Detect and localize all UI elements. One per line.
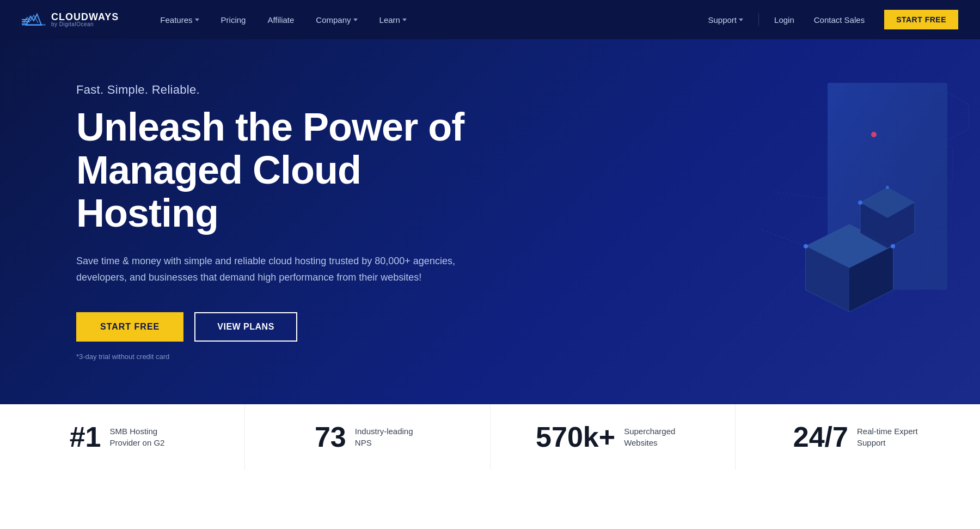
- nav-start-free-button[interactable]: START FREE: [884, 10, 958, 29]
- stat-number-nps: 73: [315, 423, 346, 451]
- nav-support[interactable]: Support: [700, 11, 752, 29]
- hero-section: Fast. Simple. Reliable. Unleash the Powe…: [0, 39, 980, 404]
- nav-links: Features Pricing Affiliate Company Learn: [151, 11, 699, 29]
- svg-point-25: [871, 132, 877, 137]
- stat-item-websites: 570k+ Supercharged Websites: [491, 404, 736, 470]
- hero-view-plans-button[interactable]: VIEW PLANS: [194, 312, 297, 342]
- main-nav: CLOUDWAYS by DigitalOcean Features Prici…: [0, 0, 980, 39]
- hero-start-free-button[interactable]: START FREE: [76, 312, 183, 342]
- nav-login[interactable]: Login: [765, 11, 803, 29]
- nav-right: Support Login Contact Sales START FREE: [700, 10, 959, 29]
- nav-company[interactable]: Company: [307, 11, 366, 29]
- brand-sub: by DigitalOcean: [51, 22, 119, 27]
- nav-contact-sales[interactable]: Contact Sales: [805, 11, 873, 29]
- hero-description: Save time & money with simple and reliab…: [76, 253, 457, 286]
- svg-line-15: [762, 230, 806, 246]
- nav-affiliate[interactable]: Affiliate: [259, 11, 303, 29]
- logo-link[interactable]: CLOUDWAYS by DigitalOcean: [22, 10, 119, 29]
- stat-number-websites: 570k+: [536, 423, 615, 451]
- chevron-down-icon: [195, 19, 199, 21]
- chevron-down-icon: [353, 19, 358, 21]
- stat-desc-rank: SMB Hosting Provider on G2: [110, 425, 175, 448]
- brand-name: CLOUDWAYS: [51, 12, 119, 22]
- stat-item-support: 24/7 Real-time Expert Support: [736, 404, 980, 470]
- hero-buttons: START FREE VIEW PLANS: [76, 312, 512, 342]
- nav-pricing[interactable]: Pricing: [212, 11, 255, 29]
- nav-learn[interactable]: Learn: [371, 11, 415, 29]
- nav-divider: [758, 13, 759, 26]
- stat-number-support: 24/7: [793, 423, 848, 451]
- chevron-down-icon: [739, 19, 743, 21]
- hero-graphic: [544, 39, 980, 404]
- nav-features[interactable]: Features: [151, 11, 207, 29]
- svg-point-24: [891, 244, 895, 248]
- hero-content: Fast. Simple. Reliable. Unleash the Powe…: [76, 83, 512, 361]
- stat-desc-support: Real-time Expert Support: [857, 425, 922, 448]
- svg-point-23: [886, 186, 889, 189]
- stat-desc-nps: Industry-leading NPS: [355, 425, 420, 448]
- hero-title: Unleash the Power of Managed Cloud Hosti…: [76, 106, 512, 235]
- chevron-down-icon: [402, 19, 407, 21]
- stat-number-rank: #1: [70, 423, 101, 451]
- svg-point-21: [804, 244, 808, 248]
- stat-item-rank: #1 SMB Hosting Provider on G2: [0, 404, 245, 470]
- hero-title-line1: Unleash the Power of: [76, 105, 464, 149]
- hero-tagline: Fast. Simple. Reliable.: [76, 83, 512, 97]
- svg-point-22: [858, 200, 862, 205]
- stat-desc-websites: Supercharged Websites: [624, 425, 689, 448]
- hero-trial-note: *3-day trial without credit card: [76, 352, 512, 361]
- hero-title-line2: Managed Cloud Hosting: [76, 148, 361, 235]
- logo-icon: [22, 10, 46, 29]
- stats-bar: #1 SMB Hosting Provider on G2 73 Industr…: [0, 404, 980, 470]
- stat-item-nps: 73 Industry-leading NPS: [245, 404, 490, 470]
